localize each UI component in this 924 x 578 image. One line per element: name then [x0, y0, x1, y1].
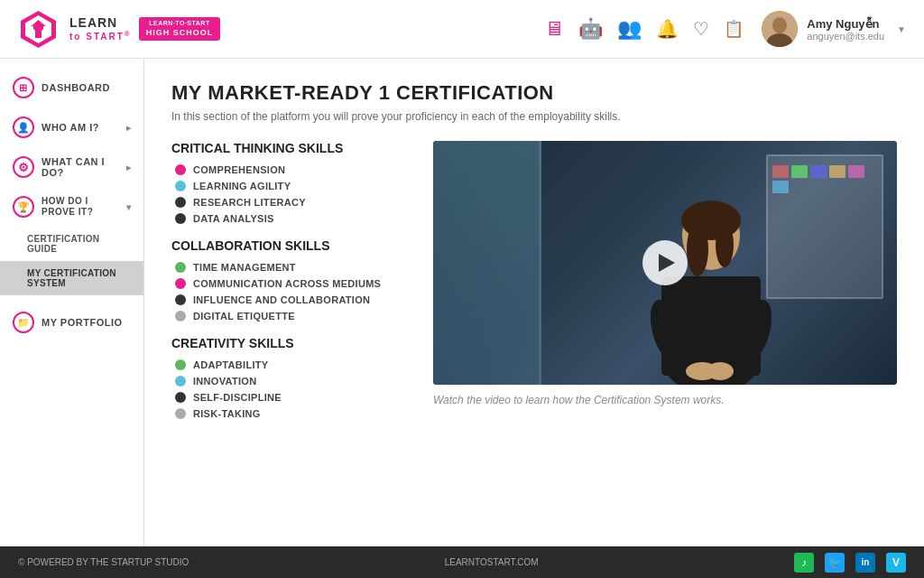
- critical-thinking-section: CRITICAL THINKING SKILLS COMPREHENSION L…: [171, 141, 406, 224]
- dashboard-icon: ⊞: [13, 77, 34, 98]
- sidebar-item-my-portfolio[interactable]: 📁 MY PORTFOLIO: [0, 303, 143, 342]
- footer-icons: ♪ 🐦 in V: [794, 553, 906, 573]
- avatar-image: [762, 11, 798, 47]
- users-icon[interactable]: 👥: [617, 17, 642, 41]
- header: LEARN to START® LEARN·TO·START HIGH SCHO…: [0, 0, 924, 59]
- sidebar-item-dashboard[interactable]: ⊞ DASHBOARD: [0, 68, 143, 107]
- page-title: MY MARKET-READY 1 CERTIFICATION: [171, 81, 897, 105]
- label-learning-agility: LEARNING AGILITY: [193, 181, 291, 191]
- footer: © POWERED BY THE STARTUP STUDIO LEARNTOS…: [0, 546, 924, 578]
- sidebar: ⊞ DASHBOARD 👤 WHO AM I? ▸ ⚙ WHAT CAN I D…: [0, 59, 144, 546]
- bell-icon[interactable]: 🔔: [656, 18, 679, 40]
- logo-text: LEARN to START®: [69, 16, 132, 42]
- sidebar-label-prove: HOW DO I PROVE IT?: [42, 196, 119, 218]
- twitter-icon[interactable]: 🐦: [825, 553, 845, 573]
- dot-learning-agility: [175, 181, 186, 191]
- creativity-heading: CREATIVITY SKILLS: [171, 336, 406, 350]
- video-window: [433, 141, 541, 385]
- screen-icon[interactable]: 🖥: [544, 17, 564, 41]
- skill-time-management: TIME MANAGEMENT: [171, 262, 406, 273]
- skill-data-analysis: DATA ANALYSIS: [171, 213, 406, 224]
- dot-communication: [175, 278, 186, 289]
- skill-communication: COMMUNICATION ACROSS MEDIUMS: [171, 278, 406, 289]
- dot-risk-taking: [175, 408, 186, 419]
- skills-column: CRITICAL THINKING SKILLS COMPREHENSION L…: [171, 141, 406, 434]
- label-data-analysis: DATA ANALYSIS: [193, 213, 274, 224]
- chevron-icon: ▸: [126, 123, 132, 133]
- sidebar-item-what-can-i-do[interactable]: ⚙ WHAT CAN I DO? ▸: [0, 147, 143, 187]
- user-info: Amy Nguyễn anguyen@its.edu: [807, 17, 884, 42]
- heart-icon[interactable]: ♡: [693, 18, 709, 40]
- label-research-literacy: RESEARCH LITERACY: [193, 197, 306, 208]
- user-email: anguyen@its.edu: [807, 31, 884, 42]
- logo-hexagon: [18, 9, 59, 50]
- robot-icon[interactable]: 🤖: [578, 17, 603, 41]
- dot-data-analysis: [175, 213, 186, 224]
- skill-innovation: INNOVATION: [171, 376, 406, 387]
- svg-point-12: [687, 222, 708, 276]
- chevron-down-icon[interactable]: ▼: [897, 24, 906, 34]
- whiteboard-content: [772, 165, 877, 193]
- what-icon: ⚙: [13, 156, 34, 178]
- collaboration-heading: COLLABORATION SKILLS: [171, 238, 406, 253]
- sidebar-item-cert-guide[interactable]: CERTIFICATION GUIDE: [0, 227, 143, 261]
- critical-thinking-heading: CRITICAL THINKING SKILLS: [171, 141, 406, 155]
- sidebar-label-dashboard: DASHBOARD: [42, 82, 110, 93]
- hs-badge-line1: LEARN·TO·START: [146, 20, 214, 27]
- logo-area: LEARN to START® LEARN·TO·START HIGH SCHO…: [18, 9, 220, 50]
- skill-research-literacy: RESEARCH LITERACY: [171, 197, 406, 208]
- header-icons: 🖥 🤖 👥 🔔 ♡ 📋: [544, 17, 744, 41]
- svg-point-13: [716, 222, 734, 267]
- label-time-management: TIME MANAGEMENT: [193, 262, 296, 273]
- video-container[interactable]: [433, 141, 897, 385]
- clipboard-icon[interactable]: 📋: [724, 19, 744, 39]
- dot-influence: [175, 294, 186, 305]
- chevron-icon-3: ▾: [126, 202, 132, 212]
- skill-digital-etiquette: DIGITAL ETIQUETTE: [171, 311, 406, 322]
- content-area: MY MARKET-READY 1 CERTIFICATION In this …: [144, 59, 924, 546]
- footer-left-text: © POWERED BY THE STARTUP STUDIO: [18, 557, 189, 567]
- hs-badge-line2: HIGH SCHOOL: [146, 28, 214, 38]
- collaboration-section: COLLABORATION SKILLS TIME MANAGEMENT COM…: [171, 238, 406, 322]
- skill-influence: INFLUENCE AND COLLABORATION: [171, 294, 406, 305]
- video-column: Watch the video to learn how the Certifi…: [433, 141, 897, 434]
- sidebar-label-who-am-i: WHO AM I?: [42, 122, 99, 133]
- sidebar-label-what: WHAT CAN I DO?: [42, 156, 119, 178]
- main-layout: ⊞ DASHBOARD 👤 WHO AM I? ▸ ⚙ WHAT CAN I D…: [0, 59, 924, 546]
- logo-tostart: to START®: [69, 31, 132, 42]
- prove-icon: 🏆: [13, 196, 34, 218]
- dot-self-discipline: [175, 392, 186, 403]
- svg-point-17: [707, 362, 734, 380]
- svg-rect-3: [35, 31, 42, 38]
- avatar: [762, 11, 798, 47]
- skill-adaptability: ADAPTABILITY: [171, 359, 406, 370]
- label-comprehension: COMPREHENSION: [193, 164, 285, 175]
- label-influence: INFLUENCE AND COLLABORATION: [193, 294, 370, 305]
- label-digital-etiquette: DIGITAL ETIQUETTE: [193, 311, 295, 322]
- dot-comprehension: [175, 164, 186, 175]
- sidebar-item-prove[interactable]: 🏆 HOW DO I PROVE IT? ▾: [0, 187, 143, 227]
- dot-digital-etiquette: [175, 311, 186, 322]
- video-play-button[interactable]: [642, 240, 688, 285]
- skill-self-discipline: SELF-DISCIPLINE: [171, 392, 406, 403]
- spotify-icon[interactable]: ♪: [794, 553, 814, 573]
- user-area[interactable]: Amy Nguyễn anguyen@its.edu ▼: [762, 11, 906, 47]
- cert-guide-label: CERTIFICATION GUIDE: [27, 234, 99, 254]
- who-am-i-icon: 👤: [13, 117, 34, 138]
- dot-research-literacy: [175, 197, 186, 208]
- creativity-section: CREATIVITY SKILLS ADAPTABILITY INNOVATIO…: [171, 336, 406, 419]
- sidebar-label-portfolio: MY PORTFOLIO: [42, 317, 123, 328]
- label-risk-taking: RISK-TAKING: [193, 408, 261, 419]
- svg-point-6: [772, 17, 787, 33]
- dot-innovation: [175, 376, 186, 387]
- label-self-discipline: SELF-DISCIPLINE: [193, 392, 282, 403]
- linkedin-icon[interactable]: in: [855, 553, 875, 573]
- hs-badge: LEARN·TO·START HIGH SCHOOL: [139, 17, 221, 40]
- sidebar-item-who-am-i[interactable]: 👤 WHO AM I? ▸: [0, 107, 143, 147]
- label-communication: COMMUNICATION ACROSS MEDIUMS: [193, 278, 381, 289]
- vimeo-icon[interactable]: V: [886, 553, 906, 573]
- skill-comprehension: COMPREHENSION: [171, 164, 406, 175]
- sidebar-item-my-cert[interactable]: MY CERTIFICATION SYSTEM: [0, 261, 143, 295]
- dot-adaptability: [175, 359, 186, 370]
- logo-learn: LEARN: [69, 16, 132, 30]
